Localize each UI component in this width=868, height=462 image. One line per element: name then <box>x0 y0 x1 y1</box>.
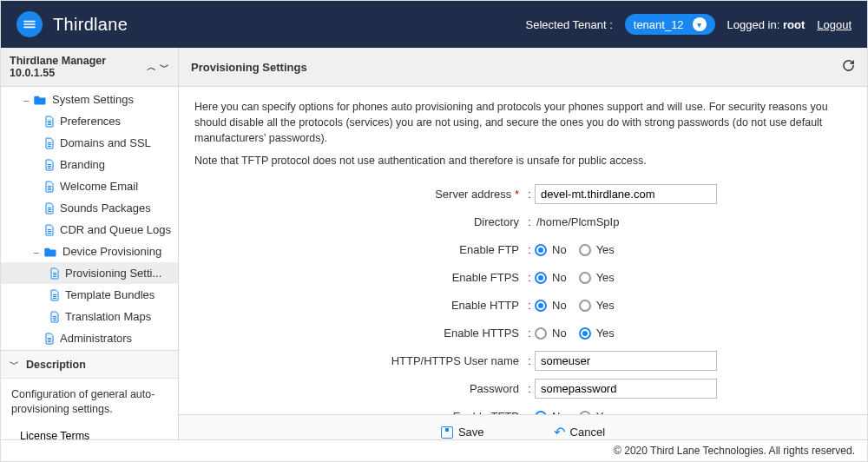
password-input[interactable] <box>535 379 717 399</box>
label-enable-https: Enable HTTPS <box>444 327 519 340</box>
https-no-radio[interactable]: No <box>535 327 567 340</box>
app-header: Thirdlane Selected Tenant : tenant_12 ▾ … <box>1 1 867 48</box>
nav-provisioning-settings[interactable]: Provisioning Setti... <box>1 262 178 284</box>
collapse-icon[interactable]: – <box>18 95 34 105</box>
sidebar: – System Settings Preferences Domains an… <box>1 87 179 449</box>
page-title: Provisioning Settings <box>191 61 307 74</box>
description-toggle[interactable]: ﹀ Description <box>1 351 178 379</box>
copyright: © 2020 Third Lane Technologies. All righ… <box>614 445 855 457</box>
ftps-yes-radio[interactable]: Yes <box>579 271 615 284</box>
label-enable-ftps: Enable FTPS <box>452 271 519 284</box>
collapse-up-icon[interactable]: ︿ <box>147 61 156 74</box>
http-user-input[interactable] <box>535 351 717 371</box>
nav-sounds-packages[interactable]: Sounds Packages <box>1 197 178 219</box>
label-server-address: Server address <box>435 188 511 201</box>
label-enable-http: Enable HTTP <box>451 299 519 312</box>
description-panel: ﹀ Description Configuration of general a… <box>1 350 178 449</box>
ftp-yes-radio[interactable]: Yes <box>579 243 615 256</box>
file-icon <box>44 333 55 345</box>
http-no-radio[interactable]: No <box>535 299 567 312</box>
http-yes-radio[interactable]: Yes <box>579 299 615 312</box>
nav-cdr-queue[interactable]: CDR and Queue Logs <box>1 219 178 241</box>
page-title-bar: Provisioning Settings <box>179 48 867 86</box>
label-enable-ftp: Enable FTP <box>459 243 519 256</box>
file-icon <box>49 267 60 280</box>
save-icon <box>441 426 453 439</box>
nav-device-provisioning[interactable]: – Device Provisioning <box>1 241 178 262</box>
tenant-select[interactable]: tenant_12 ▾ <box>625 14 715 35</box>
tenant-label: Selected Tenant : <box>526 18 613 31</box>
nav-preferences[interactable]: Preferences <box>1 110 178 132</box>
nav-branding[interactable]: Branding <box>1 154 178 175</box>
file-icon <box>44 202 55 214</box>
server-address-input[interactable] <box>535 184 717 204</box>
content-area: Here you can specify options for phones … <box>179 87 867 449</box>
file-icon <box>44 224 55 236</box>
cancel-button[interactable]: ↶ Cancel <box>554 424 605 440</box>
nav-template-bundles[interactable]: Template Bundles <box>1 284 178 306</box>
chevron-down-icon: ▾ <box>693 17 707 31</box>
intro-text: Here you can specify options for phones … <box>194 99 852 146</box>
file-icon <box>44 137 55 149</box>
file-icon <box>44 181 55 193</box>
undo-icon: ↶ <box>554 424 565 440</box>
tenant-value: tenant_12 <box>634 18 684 31</box>
nav-welcome-email[interactable]: Welcome Email <box>1 175 178 197</box>
nav-tree: – System Settings Preferences Domains an… <box>1 87 178 350</box>
file-icon <box>49 311 60 323</box>
ftps-no-radio[interactable]: No <box>535 271 567 284</box>
file-icon <box>49 289 60 301</box>
directory-value: /home/PlcmSpIp <box>535 215 619 228</box>
manager-version: Thirdlane Manager 10.0.1.55 ︿ ﹀ <box>1 48 179 86</box>
folder-icon <box>44 247 57 257</box>
save-button[interactable]: Save <box>441 426 484 439</box>
collapse-down-icon[interactable]: ﹀ <box>160 61 169 74</box>
folder-icon <box>34 95 47 105</box>
logout-link[interactable]: Logout <box>817 18 852 31</box>
label-directory: Directory <box>474 215 519 228</box>
nav-system-settings[interactable]: – System Settings <box>1 89 178 110</box>
footer: © 2020 Third Lane Technologies. All righ… <box>1 439 867 461</box>
description-text: Configuration of general auto-provisioni… <box>1 379 178 426</box>
chevron-down-icon: ﹀ <box>10 358 19 371</box>
collapse-icon[interactable]: – <box>29 247 44 257</box>
logged-in: Logged in: root <box>727 18 806 31</box>
nav-domains-ssl[interactable]: Domains and SSL <box>1 132 178 154</box>
file-icon <box>44 159 55 171</box>
refresh-icon[interactable] <box>842 59 855 75</box>
file-icon <box>44 116 55 128</box>
brand-name: Thirdlane <box>53 15 128 35</box>
nav-translation-maps[interactable]: Translation Maps <box>1 306 178 327</box>
nav-administrators[interactable]: Administrators <box>1 327 178 349</box>
note-text: Note that TFTP protocol does not use aut… <box>194 153 852 168</box>
sub-header: Thirdlane Manager 10.0.1.55 ︿ ﹀ Provisio… <box>1 48 867 87</box>
ftp-no-radio[interactable]: No <box>535 243 567 256</box>
label-http-user: HTTP/HTTPS User name <box>391 354 519 367</box>
logo-icon <box>16 11 43 37</box>
label-password: Password <box>470 382 519 395</box>
https-yes-radio[interactable]: Yes <box>579 327 615 340</box>
